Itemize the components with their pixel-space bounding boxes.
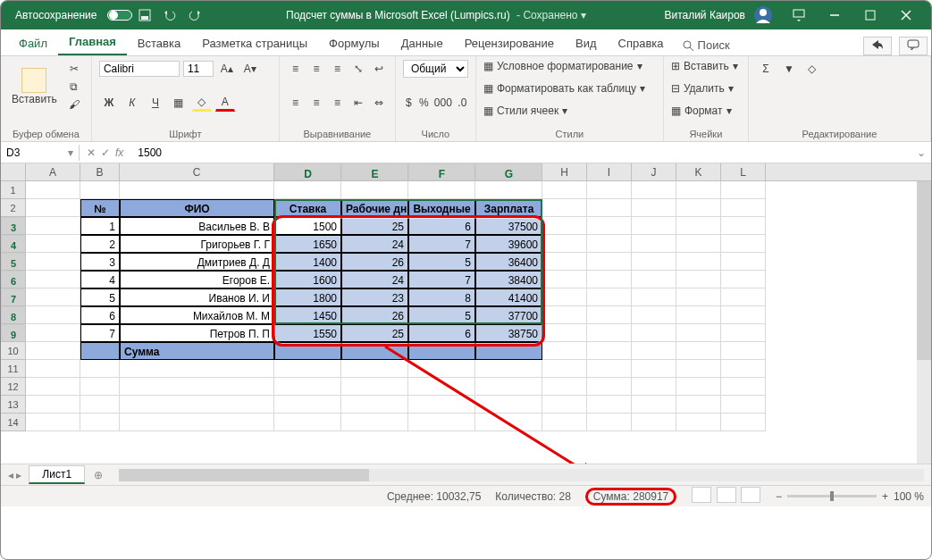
cell[interactable]: 7 [408,271,475,288]
cell[interactable] [26,414,80,431]
align-top-icon[interactable]: ≡ [287,60,304,78]
cell[interactable] [542,360,587,378]
cell[interactable] [587,288,632,306]
col-header[interactable]: D [274,163,341,180]
delete-cells[interactable]: ⊟ Удалить ▾ [671,82,741,95]
cell[interactable] [676,378,721,396]
cell[interactable] [542,378,587,396]
cancel-formula-icon[interactable]: ✕ [87,146,96,159]
cell[interactable] [542,396,587,414]
cell[interactable]: 25 [341,324,408,342]
cell[interactable]: 2 [80,235,120,253]
row-header[interactable]: 9 [1,324,26,342]
cell[interactable] [632,235,676,253]
cell[interactable] [721,217,766,235]
tab-home[interactable]: Главная [58,29,127,55]
cell[interactable]: Михайлов М. М [120,306,274,324]
number-format[interactable]: Общий [403,60,468,78]
merge-icon[interactable]: ⇔ [371,94,388,112]
align-right-icon[interactable]: ≡ [329,94,346,112]
cell[interactable]: 37700 [475,306,542,324]
cell[interactable] [632,360,676,378]
cell[interactable] [676,235,721,253]
cell[interactable] [542,271,587,288]
sheet-tab[interactable]: Лист1 [29,465,85,484]
col-header[interactable]: F [408,163,475,180]
cell[interactable] [26,235,80,253]
cell[interactable] [120,396,274,414]
minimize-icon[interactable] [817,1,852,29]
cell[interactable]: 5 [80,288,120,306]
border-icon[interactable]: ▦ [169,94,189,112]
format-painter-icon[interactable]: 🖌 [64,96,84,113]
cell[interactable] [26,181,80,199]
cell[interactable]: 25 [341,217,408,235]
tab-layout[interactable]: Разметка страницы [191,31,318,55]
clear-icon[interactable]: ◇ [802,60,822,78]
row-header[interactable]: 1 [1,181,26,199]
save-icon[interactable] [134,4,155,26]
cell[interactable] [341,181,408,199]
cell[interactable] [341,342,408,360]
bold-icon[interactable]: Ж [99,94,119,112]
currency-icon[interactable]: $ [403,94,415,112]
cell[interactable]: 1450 [274,306,341,324]
name-box[interactable]: D3▾ [1,145,80,161]
cell[interactable] [721,324,766,342]
decrease-font-icon[interactable]: A▾ [240,60,260,78]
cell[interactable] [632,414,676,431]
font-color-icon[interactable]: A [215,94,235,112]
row-header[interactable]: 14 [1,414,26,431]
cell[interactable] [587,253,632,271]
cell[interactable]: 24 [341,235,408,253]
cell[interactable] [587,181,632,199]
align-bottom-icon[interactable]: ≡ [329,60,346,78]
cell[interactable]: 6 [408,324,475,342]
col-header[interactable]: C [120,163,274,180]
cell[interactable] [26,253,80,271]
cell[interactable] [632,181,676,199]
cell[interactable] [676,271,721,288]
cell[interactable] [80,378,120,396]
percent-icon[interactable]: % [418,94,430,112]
cell[interactable] [587,271,632,288]
col-header[interactable]: E [341,163,408,180]
view-pagebreak-icon[interactable] [741,487,760,503]
row-header[interactable]: 6 [1,271,26,288]
row-header[interactable]: 10 [1,342,26,360]
col-header[interactable]: A [26,163,80,180]
row-header[interactable]: 12 [1,378,26,396]
increase-font-icon[interactable]: A▴ [217,60,237,78]
cell[interactable] [26,217,80,235]
tab-insert[interactable]: Вставка [127,31,191,55]
cell[interactable] [120,181,274,199]
cell[interactable]: 5 [408,306,475,324]
cell[interactable] [274,414,341,431]
cell[interactable]: 1500 [274,217,341,235]
cell[interactable] [676,288,721,306]
cell[interactable] [26,199,80,217]
cell[interactable]: 1600 [274,271,341,288]
cell[interactable] [475,360,542,378]
cell[interactable] [721,288,766,306]
enter-formula-icon[interactable]: ✓ [101,146,110,159]
cell[interactable] [721,253,766,271]
cell[interactable]: Ставка [274,199,341,217]
cell[interactable] [676,414,721,431]
cell[interactable] [542,235,587,253]
row-header[interactable]: 5 [1,253,26,271]
orientation-icon[interactable]: ⤡ [349,60,366,78]
insert-cells[interactable]: ⊞ Вставить ▾ [671,60,741,72]
ribbon-options-icon[interactable] [781,1,817,29]
cell[interactable] [721,271,766,288]
cell[interactable] [80,342,120,360]
cell[interactable]: 7 [80,324,120,342]
cell[interactable] [721,181,766,199]
copy-icon[interactable]: ⧉ [64,78,84,96]
sheet-nav[interactable]: ◂ ▸ [1,469,29,481]
fx-icon[interactable]: fx [115,146,123,159]
cell[interactable]: № [80,199,120,217]
cell[interactable]: 8 [408,288,475,306]
fill-color-icon[interactable]: ◇ [192,94,212,112]
italic-icon[interactable]: К [122,94,142,112]
